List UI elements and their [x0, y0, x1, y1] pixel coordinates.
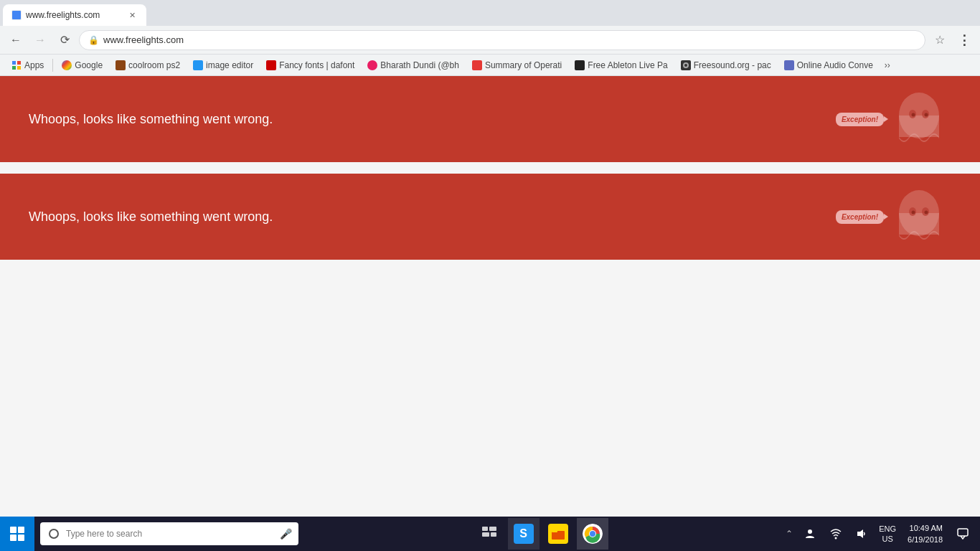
start-square-bl [10, 534, 17, 541]
tray-language[interactable]: ENGUS [876, 524, 899, 545]
bookmark-audio-conv[interactable]: Online Audio Conve [778, 57, 879, 74]
forward-button[interactable]: → [30, 30, 50, 50]
notification-center-button[interactable] [951, 522, 974, 545]
more-options-button[interactable]: ⋮ [954, 30, 974, 50]
bookmark-coolroom-label: coolroom ps2 [128, 60, 180, 70]
tab-close-button[interactable]: ✕ [126, 9, 138, 21]
svg-rect-3 [17, 66, 21, 70]
start-square-br [18, 534, 24, 541]
mic-icon[interactable]: 🎤 [280, 528, 291, 540]
lock-icon: 🔒 [88, 35, 99, 45]
tray-network-icon[interactable] [824, 522, 847, 545]
bookmarks-separator [52, 59, 53, 72]
system-tray: ⌃ ENGUS 10:49 AM [777, 522, 980, 546]
bookmark-freesound[interactable]: Freesound.org - pac [675, 57, 777, 74]
start-button[interactable] [0, 517, 34, 551]
svg-point-8 [912, 113, 915, 117]
ghost-icon-2 [887, 188, 951, 245]
ghost-illustration-1: Exception! [836, 90, 951, 148]
taskbar-search-placeholder: Type here to search [66, 529, 274, 539]
bookmark-coolroom[interactable]: coolroom ps2 [110, 57, 186, 74]
cortana-circle [47, 527, 60, 540]
task-view-icon [481, 526, 497, 542]
gap-between-banners [0, 168, 980, 174]
tray-people-icon[interactable] [798, 522, 821, 545]
active-tab[interactable]: www.freelights.com ✕ [3, 4, 146, 26]
svg-point-14 [912, 211, 915, 215]
svg-rect-2 [12, 66, 16, 70]
svg-point-15 [925, 211, 928, 215]
google-icon [62, 60, 72, 70]
speech-bubble-1: Exception! [836, 113, 884, 126]
taskbar-apps: S [304, 518, 777, 550]
svg-point-27 [835, 537, 837, 540]
address-bar: ← → ⟳ 🔒 www.freelights.com ☆ ⋮ [0, 26, 980, 55]
svg-rect-1 [17, 61, 21, 65]
error-banner-2: Whoops, looks like something went wrong.… [0, 174, 980, 260]
ableton-icon [575, 60, 585, 70]
bookmark-image-editor[interactable]: image editor [187, 57, 259, 74]
tab-favicon [11, 10, 22, 20]
svg-rect-29 [958, 529, 968, 536]
url-text: www.freelights.com [103, 34, 916, 45]
file-explorer-button[interactable] [542, 518, 574, 550]
image-editor-icon [193, 60, 203, 70]
coolroom-icon [116, 60, 126, 70]
clock-date: 6/19/2018 [908, 534, 943, 546]
error-banner-1: Whoops, looks like something went wrong.… [0, 76, 980, 162]
bookmark-summary[interactable]: Summary of Operati [466, 57, 567, 74]
bookmark-bharath[interactable]: Bharath Dundi (@bh [362, 57, 465, 74]
tray-expand-button[interactable]: ⌃ [783, 526, 796, 542]
clock-time: 10:49 AM [908, 522, 943, 534]
blank-page-area [0, 265, 980, 459]
bharath-icon [367, 60, 377, 70]
start-square-tr [18, 527, 24, 533]
svg-rect-16 [482, 527, 488, 531]
bookmark-ableton[interactable]: Free Ableton Live Pa [569, 57, 673, 74]
apps-icon [11, 60, 22, 70]
bookmark-freesound-label: Freesound.org - pac [694, 60, 771, 70]
bookmarks-more-button[interactable]: ›› [880, 59, 895, 72]
file-explorer-icon [548, 524, 568, 544]
ghost-icon-1 [887, 90, 951, 148]
bookmark-google-label: Google [75, 60, 103, 70]
reload-button[interactable]: ⟳ [55, 30, 75, 50]
taskpad-button[interactable]: S [508, 518, 540, 550]
svg-marker-28 [857, 529, 863, 538]
fancy-fonts-icon [266, 60, 276, 70]
page-content: Whoops, looks like something went wrong.… [0, 76, 980, 517]
cortana-icon [49, 529, 59, 539]
bookmark-fancy-fonts-label: Fancy fonts | dafont [279, 60, 354, 70]
speech-bubble-2: Exception! [836, 210, 884, 224]
task-view-button[interactable] [473, 518, 505, 550]
clock-display[interactable]: 10:49 AM 6/19/2018 [902, 522, 948, 546]
start-square-tl [10, 527, 17, 533]
svg-point-9 [925, 113, 928, 117]
bookmarks-apps-item[interactable]: Apps [6, 57, 50, 74]
bookmark-fancy-fonts[interactable]: Fancy fonts | dafont [260, 57, 360, 74]
ghost-illustration-2: Exception! [836, 188, 951, 245]
chrome-icon [583, 524, 603, 544]
svg-rect-18 [482, 532, 489, 537]
bookmark-star-button[interactable]: ☆ [930, 30, 950, 50]
bookmarks-bar: Apps Google coolroom ps2 image editor Fa… [0, 55, 980, 76]
svg-rect-0 [12, 61, 16, 65]
svg-point-25 [590, 531, 595, 537]
chrome-button[interactable] [577, 518, 608, 550]
audio-conv-icon [784, 60, 794, 70]
bookmark-ableton-label: Free Ableton Live Pa [588, 60, 667, 70]
tray-volume-icon[interactable] [850, 522, 873, 545]
windows-icon [10, 527, 24, 541]
taskbar-search-bar[interactable]: Type here to search 🎤 [40, 522, 298, 545]
url-bar[interactable]: 🔒 www.freelights.com [79, 30, 925, 50]
svg-rect-21 [552, 529, 557, 532]
svg-point-26 [808, 529, 812, 534]
taskbar: Type here to search 🎤 S [0, 517, 980, 551]
bookmark-google[interactable]: Google [56, 57, 108, 74]
tab-bar: www.freelights.com ✕ [0, 0, 980, 26]
bookmark-image-editor-label: image editor [206, 60, 253, 70]
taskpad-icon: S [514, 524, 534, 544]
back-button[interactable]: ← [6, 30, 26, 50]
bookmark-summary-label: Summary of Operati [485, 60, 562, 70]
svg-rect-17 [489, 527, 496, 531]
